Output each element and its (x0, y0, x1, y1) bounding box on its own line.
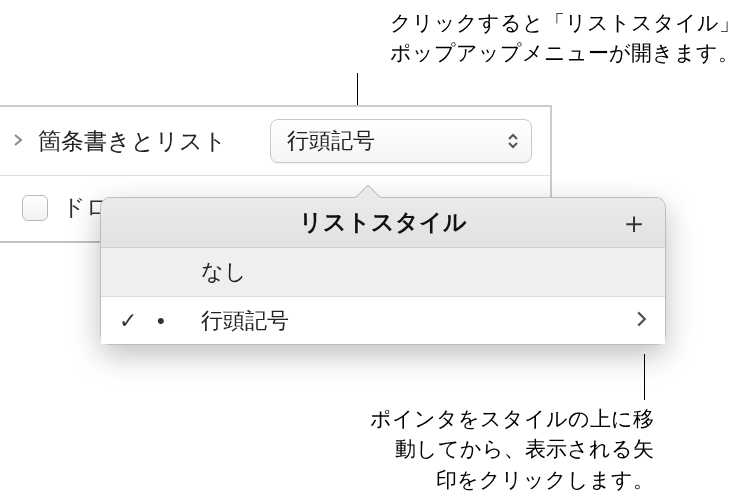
list-style-item-none[interactable]: なし (101, 248, 665, 296)
list-style-item-bullet[interactable]: ✓ • 行頭記号 (101, 296, 665, 344)
list-item-label: なし (195, 257, 647, 287)
bullet-indicator-icon: • (157, 308, 195, 334)
chevron-right-icon[interactable] (636, 308, 647, 334)
callout-text: 印をクリックします。 (370, 465, 654, 495)
popover-arrow-icon (354, 185, 380, 199)
popup-value: 行頭記号 (287, 126, 375, 156)
callout-text: クリックすると「リストスタイル」 (390, 8, 740, 38)
add-style-button[interactable]: ＋ (619, 208, 649, 238)
drop-cap-checkbox[interactable] (22, 195, 48, 221)
list-style-popup-button[interactable]: 行頭記号 (270, 119, 532, 163)
popup-chevrons-icon (507, 133, 519, 149)
section-label: 箇条書きとリスト (38, 126, 227, 157)
callout-bottom: ポインタをスタイルの上に移 動してから、表示される矢 印をクリックします。 (370, 404, 654, 495)
popover-list: なし ✓ • 行頭記号 (101, 248, 665, 344)
callout-text: ポインタをスタイルの上に移 (370, 404, 654, 434)
popover-header: リストスタイル ＋ (101, 198, 665, 248)
bullets-lists-row: 箇条書きとリスト 行頭記号 (0, 107, 550, 175)
list-style-popover: リストスタイル ＋ なし ✓ • 行頭記号 (100, 197, 666, 345)
callout-text: 動してから、表示される矢 (370, 434, 654, 464)
list-item-label: 行頭記号 (195, 306, 636, 336)
callout-leader-line (644, 354, 645, 400)
popover-title: リストスタイル (299, 207, 467, 238)
callout-text: ポップアップメニューが開きます。 (390, 38, 740, 68)
checkmark-icon: ✓ (119, 308, 157, 334)
disclosure-triangle-icon[interactable] (6, 131, 30, 152)
callout-top: クリックすると「リストスタイル」 ポップアップメニューが開きます。 (390, 8, 740, 69)
